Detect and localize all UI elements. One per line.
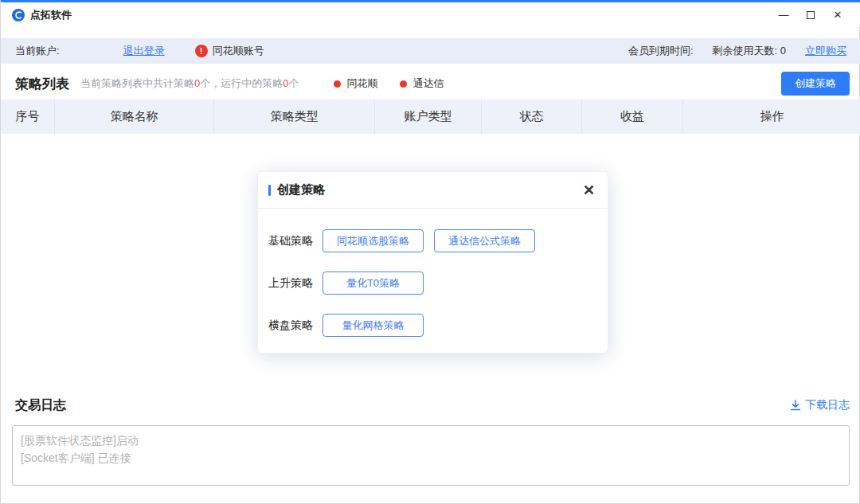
download-icon [790,400,801,411]
member-expiry-label: 会员到期时间: [628,44,694,58]
title-accent-bar [268,185,271,196]
quant-grid-strategy-button[interactable]: 量化网格策略 [322,314,424,337]
logout-link[interactable]: 退出登录 [123,44,165,58]
col-header-actions: 操作 [683,100,860,134]
col-header-profit: 收益 [582,100,683,134]
red-dot-icon [400,80,407,88]
account-type-label: 同花顺账号 [213,44,264,58]
ths-stock-strategy-button[interactable]: 同花顺选股策略 [322,229,424,252]
create-strategy-button[interactable]: 创建策略 [781,72,850,96]
modal-body: 基础策略 同花顺选股策略 通达信公式策略 上升策略 量化T0策略 横盘策略 量化… [258,209,608,337]
create-strategy-modal: 创建策略 ✕ 基础策略 同花顺选股策略 通达信公式策略 上升策略 量化T0策略 … [257,171,608,354]
row-label: 基础策略 [268,234,322,248]
red-dot-icon [334,80,341,88]
window-title: 点拓软件 [30,8,72,22]
window-controls: — ✕ [770,5,851,25]
minimize-icon[interactable]: — [770,5,797,25]
modal-row-sideways: 横盘策略 量化网格策略 [268,314,595,337]
current-account-label: 当前账户: [15,44,60,58]
log-line: [Socket客户端] 已连接 [21,449,841,467]
log-line: [股票软件状态监控]启动 [21,432,841,449]
trade-log-header: 交易日志 下载日志 [12,396,850,415]
trade-log-title: 交易日志 [15,397,66,414]
maximize-icon[interactable] [797,5,824,25]
col-header-status: 状态 [482,100,582,134]
account-legend: 同花顺 通达信 [334,76,444,91]
col-header-account-type: 账户类型 [375,100,482,134]
warning-icon: ! [195,45,208,57]
tdx-formula-strategy-button[interactable]: 通达信公式策略 [434,229,535,252]
modal-close-icon[interactable]: ✕ [583,183,595,197]
remaining-days: 剩余使用天数: 0 [713,44,786,58]
strategy-list-header: 策略列表 当前策略列表中共计策略0个，运行中的策略0个 同花顺 通达信 创建策略 [1,68,860,99]
close-icon[interactable]: ✕ [824,5,851,25]
legend-item-ths: 同花顺 [334,76,377,91]
col-header-type: 策略类型 [214,100,375,134]
legend-item-tdx: 通达信 [400,76,444,91]
titlebar: 点拓软件 — ✕ [1,2,860,27]
quant-t0-strategy-button[interactable]: 量化T0策略 [322,272,424,295]
col-header-name: 策略名称 [55,100,214,134]
strategy-list-title: 策略列表 [15,75,69,93]
account-bar: 当前账户: 退出登录 ! 同花顺账号 会员到期时间: 剩余使用天数: 0 立即购… [1,38,860,64]
modal-title: 创建策略 [268,182,325,197]
buy-now-link[interactable]: 立即购买 [805,44,846,58]
strategy-table-header: 序号 策略名称 策略类型 账户类型 状态 收益 操作 [1,100,860,134]
strategy-summary: 当前策略列表中共计策略0个，运行中的策略0个 [80,76,299,91]
account-bar-right: 会员到期时间: 剩余使用天数: 0 立即购买 [628,44,846,58]
modal-header: 创建策略 ✕ [258,172,608,209]
col-header-index: 序号 [1,100,55,134]
app-window: 点拓软件 — ✕ 当前账户: 退出登录 ! 同花顺账号 会员到期时间: 剩余使用… [0,0,860,504]
modal-row-basic: 基础策略 同花顺选股策略 通达信公式策略 [268,229,595,252]
trade-log-box[interactable]: [股票软件状态监控]启动 [Socket客户端] 已连接 [12,425,850,486]
row-label: 横盘策略 [268,318,322,333]
app-logo-icon [12,9,25,21]
download-log-link[interactable]: 下载日志 [790,398,850,412]
modal-row-rising: 上升策略 量化T0策略 [268,272,595,295]
row-label: 上升策略 [268,276,322,291]
